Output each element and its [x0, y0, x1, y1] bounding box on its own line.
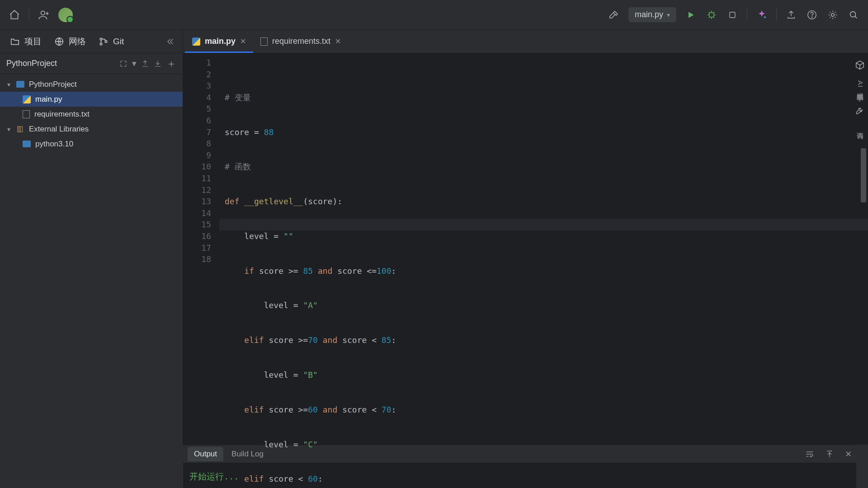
top-toolbar: main.py ▾	[0, 0, 868, 30]
sidebar-tab-project[interactable]: 项目	[10, 36, 42, 47]
chevron-down-icon: ▾	[667, 11, 670, 19]
right-rail: AI编程助手 咨询	[852, 53, 868, 127]
svg-point-10	[105, 40, 107, 42]
svg-point-0	[41, 11, 45, 15]
python-file-icon	[192, 38, 200, 46]
sidebar-tab-strip: 项目 网络 Git	[0, 30, 183, 53]
main-split: PythonProject ▾ ＋ ▾ PythonProject	[0, 53, 868, 445]
svg-point-5	[831, 13, 834, 16]
debug-icon[interactable]	[705, 9, 718, 21]
tree-label: python3.10	[35, 140, 73, 149]
cube-icon[interactable]	[854, 59, 866, 71]
minimap-scroll-thumb[interactable]	[861, 148, 866, 202]
editor-tab-requirements[interactable]: requirements.txt ✕	[253, 30, 348, 53]
chevron-down-icon: ▾	[5, 81, 12, 88]
sidebar-tab-label: Git	[113, 37, 124, 47]
avatar[interactable]	[58, 8, 73, 22]
plus-icon[interactable]: ＋	[166, 57, 176, 70]
tree-python-runtime[interactable]: python3.10	[0, 136, 183, 151]
sidebar-tab-git[interactable]: Git	[99, 37, 124, 47]
python-file-icon	[23, 95, 31, 103]
tree-file-main[interactable]: main.py	[0, 92, 183, 107]
sidebar-tab-label: 网络	[69, 36, 86, 47]
collapse-sidebar-icon[interactable]	[164, 35, 176, 48]
upload-icon[interactable]	[141, 60, 149, 68]
editor-tab-label: main.py	[205, 37, 236, 46]
add-user-icon[interactable]	[38, 9, 50, 21]
search-icon[interactable]	[847, 9, 860, 21]
library-icon	[16, 125, 24, 133]
download-icon[interactable]	[154, 60, 162, 68]
project-sidebar: PythonProject ▾ ＋ ▾ PythonProject	[0, 53, 183, 445]
editor-tab-strip: main.py ✕ requirements.txt ✕	[183, 30, 868, 53]
help-icon[interactable]	[806, 9, 818, 21]
ai-sparkle-icon[interactable]	[755, 9, 768, 21]
panel-tab-output[interactable]: Output	[188, 447, 223, 461]
stop-icon[interactable]	[726, 9, 739, 21]
home-icon[interactable]	[8, 9, 21, 21]
divider	[29, 9, 29, 21]
tree-label: PythonProject	[29, 80, 77, 89]
svg-point-4	[811, 17, 812, 17]
chevron-down-icon: ▾	[5, 126, 12, 133]
expand-icon[interactable]	[119, 60, 127, 68]
secondary-nav: 项目 网络 Git main.py ✕ requirements.txt ✕	[0, 30, 868, 53]
chevron-down-icon[interactable]: ▾	[132, 58, 137, 69]
sidebar-tab-network[interactable]: 网络	[54, 36, 86, 47]
text-file-icon	[23, 110, 30, 118]
close-icon[interactable]: ✕	[240, 37, 246, 46]
project-header: PythonProject ▾ ＋	[0, 53, 183, 74]
code-area[interactable]: # 变量 score = 88 # 函数 def __getlevel__(sc…	[219, 53, 868, 445]
hammer-icon[interactable]	[608, 9, 620, 21]
line-gutter: 123 456 789 101112 131415 161718	[183, 53, 219, 445]
tree-label: requirements.txt	[34, 110, 90, 119]
svg-rect-2	[730, 12, 735, 18]
editor-tab-main[interactable]: main.py ✕	[185, 30, 253, 53]
project-tree: ▾ PythonProject main.py requirements.txt…	[0, 74, 183, 151]
svg-point-6	[850, 11, 856, 17]
svg-point-8	[100, 38, 102, 40]
tree-label: External Libraries	[29, 125, 89, 134]
close-icon[interactable]: ✕	[335, 37, 341, 46]
folder-icon	[23, 141, 31, 147]
tree-root[interactable]: ▾ PythonProject	[0, 77, 183, 92]
rail-label-ai[interactable]: AI编程助手	[856, 80, 864, 89]
upload-icon[interactable]	[785, 9, 797, 21]
tree-external-libraries[interactable]: ▾ External Libraries	[0, 122, 183, 136]
run-config-label: main.py	[635, 10, 663, 19]
sidebar-tab-label: 项目	[24, 36, 42, 47]
editor-tab-label: requirements.txt	[272, 37, 330, 46]
text-file-icon	[260, 38, 268, 46]
code-editor[interactable]: 123 456 789 101112 131415 161718 # 变量 sc…	[183, 53, 868, 445]
tree-file-requirements[interactable]: requirements.txt	[0, 107, 183, 122]
tree-label: main.py	[35, 95, 62, 104]
wrench-icon[interactable]	[854, 105, 866, 117]
project-title: PythonProject	[6, 59, 57, 68]
svg-point-9	[100, 43, 102, 45]
folder-icon	[16, 81, 24, 88]
run-icon[interactable]	[684, 9, 697, 21]
run-config-dropdown[interactable]: main.py ▾	[628, 7, 676, 22]
divider	[747, 9, 747, 21]
gear-icon[interactable]	[826, 9, 839, 21]
divider	[776, 9, 777, 21]
